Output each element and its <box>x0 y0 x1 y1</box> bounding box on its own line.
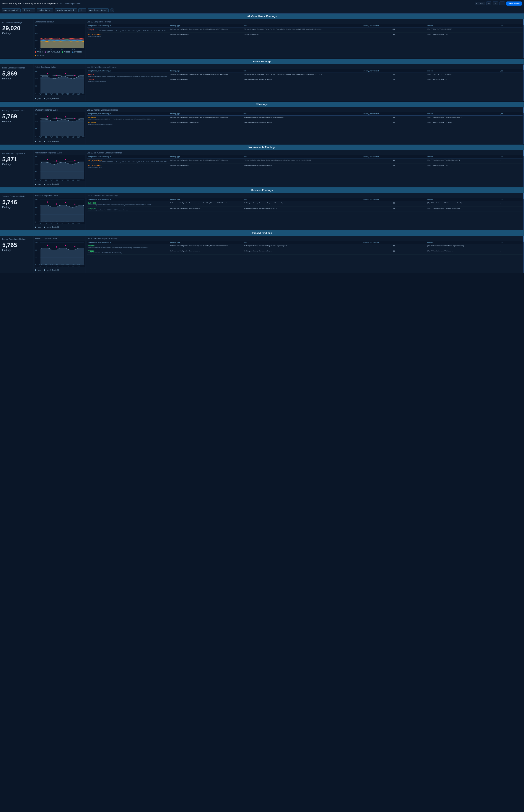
table-header-cell[interactable]: _co <box>499 69 523 73</box>
filter-finding-id[interactable]: finding_id * <box>22 9 35 12</box>
table-header-cell[interactable]: compliance_status/finding_id <box>87 112 169 116</box>
section-failed-findings: Failed FindingsFailed Compliance Finding… <box>0 59 524 102</box>
table-header-cell[interactable]: title <box>243 24 362 28</box>
table-header-cell[interactable]: finding_type <box>169 24 243 28</box>
table-header-cell[interactable]: compliance_status/finding_id <box>87 155 169 158</box>
refresh-button[interactable]: ↻ <box>486 1 491 5</box>
add-filter-button[interactable]: + <box>110 8 114 12</box>
table-row[interactable]: WARNINGsumologic:c a-central-1:98234423 … <box>87 116 523 121</box>
scrollbar[interactable] <box>523 64 524 101</box>
svg-text:100: 100 <box>35 249 37 251</box>
table-row[interactable]: WARNINGsumologic:c u-west-1:28147458324.… <box>87 121 523 126</box>
table-header-cell[interactable]: compliance_status/finding_id <box>87 198 169 201</box>
table-cell-sources: [["Type":"AwsE c2Instance","Id":"56.1711… <box>426 158 499 164</box>
filter-title[interactable]: title * <box>78 9 86 12</box>
table-header-cell[interactable]: title <box>243 69 362 73</box>
scrollbar[interactable] <box>523 236 524 273</box>
time-range-button[interactable]: ⏱ -24h <box>475 2 485 5</box>
svg-text:03:00: 03:00 <box>39 93 42 94</box>
table-header-cell[interactable]: title <box>243 198 362 201</box>
legend-label: FAILED <box>37 51 43 53</box>
svg-text:06:00: 06:00 <box>66 221 69 222</box>
table-header-cell[interactable]: severity_normalized <box>362 24 426 28</box>
sections-container: All Compliance FindingsAll Compliance Fi… <box>0 14 524 273</box>
table-header-cell[interactable]: finding_type <box>169 112 243 116</box>
table-row[interactable]: SUCCESSsumologic:a p-southeast-1:2488925… <box>87 206 523 212</box>
table-header-cell[interactable]: finding_type <box>169 198 243 201</box>
legend-item: PASSED <box>62 51 70 53</box>
svg-text:Aug 21: Aug 21 <box>82 48 85 49</box>
table-row[interactable]: NOT_AVAILABLEsumologic:us-east-...Softwa… <box>87 33 523 38</box>
filter-finding-types[interactable]: finding_types * <box>37 9 53 12</box>
scrollbar-thumb[interactable] <box>523 236 524 242</box>
table-header-cell[interactable]: finding_type <box>169 155 243 158</box>
table-header-cell[interactable]: sources <box>426 24 499 28</box>
table-row[interactable]: PASSEDsumologic:u s-west-1:24849347823 8… <box>87 244 523 249</box>
panel-label: Failed Compliance Findings <box>2 67 31 69</box>
table-header-cell[interactable]: compliance_status/finding_id <box>87 241 169 244</box>
table-row[interactable]: PASSEDsumologic:c a-east-1:84892534 889 … <box>87 249 523 255</box>
svg-text:PM: PM <box>62 49 63 50</box>
section-body-not-available: Not Available Compliance F...5,871Findin… <box>0 150 524 187</box>
table-header-cell[interactable]: sources <box>426 69 499 73</box>
table-header-cell[interactable]: severity_normalized <box>362 112 426 116</box>
table-header-cell[interactable]: finding_type <box>169 241 243 244</box>
scrollbar-thumb[interactable] <box>523 107 524 113</box>
table-row[interactable]: FAILEDsumologic:ic a-p-northeast-...Soft… <box>87 78 523 83</box>
table-header-cell[interactable]: severity_normalized <box>362 69 426 73</box>
table-header-cell[interactable]: _co <box>499 198 523 201</box>
svg-text:50: 50 <box>35 85 37 87</box>
more-button[interactable]: ⋮ <box>500 1 505 5</box>
table-cell-title: PCI Req 01: Traffic to... <box>243 33 362 38</box>
table-cell-co: ... <box>499 78 523 83</box>
table-header-cell[interactable]: severity_normalized <box>362 155 426 158</box>
scrollbar-thumb[interactable] <box>523 150 524 156</box>
svg-text:12:00: 12:00 <box>78 264 80 265</box>
table-header-cell[interactable]: compliance_status/finding_id <box>87 69 169 73</box>
filter-severity-normalized[interactable]: severity_normalized * <box>54 9 77 12</box>
table-cell-co: ... <box>499 33 523 38</box>
table-header-cell[interactable]: sources <box>426 241 499 244</box>
table-row[interactable]: FAILEDsumologic:us-east-1:9568827089 38:… <box>87 73 523 78</box>
table-cell-title: Root Login(root user) - Success working … <box>243 116 362 121</box>
table-header-cell[interactable]: finding_type <box>169 69 243 73</box>
section-body-warnings: Warning Compliance Findin...5,769Finding… <box>0 107 524 144</box>
scrollbar-thumb[interactable] <box>523 193 524 199</box>
edit-icon[interactable]: ✎ <box>60 2 62 5</box>
table-header-cell[interactable]: _co <box>499 112 523 116</box>
table-header-cell[interactable]: title <box>243 241 362 244</box>
svg-text:0: 0 <box>35 221 36 223</box>
table-header-cell[interactable]: _co <box>499 241 523 244</box>
status-badge: FAILED <box>88 73 94 75</box>
section-header-success-findings: Success Findings <box>0 187 524 193</box>
table-header-cell[interactable]: sources <box>426 155 499 158</box>
filter-button[interactable]: ⚙ <box>493 1 498 5</box>
table-header-cell[interactable]: sources <box>426 112 499 116</box>
scrollbar[interactable] <box>523 150 524 187</box>
table-header-cell[interactable]: sources <box>426 198 499 201</box>
table-header-cell[interactable]: title <box>243 155 362 158</box>
scrollbar[interactable] <box>523 19 524 58</box>
panel-left-failed-findings: Failed Compliance Findings5,869Findings <box>0 64 33 101</box>
svg-point-61 <box>65 116 66 117</box>
add-panel-button[interactable]: Add Panel <box>506 1 522 5</box>
svg-text:06:00: 06:00 <box>45 221 47 222</box>
legend-item: _count_threshold <box>44 140 59 142</box>
table-header-cell[interactable]: severity_normalized <box>362 198 426 201</box>
table-row[interactable]: SUCCESSsumologic:a p-northeast-1:2486934… <box>87 201 523 206</box>
table-row[interactable]: NOT_AVAILABLEsumologic:us-east-1:9568827… <box>87 158 523 164</box>
table-header-cell[interactable]: _co <box>499 24 523 28</box>
scrollbar-thumb[interactable] <box>523 19 524 25</box>
scrollbar[interactable] <box>523 107 524 144</box>
filter-aws-account-id[interactable]: aws_account_id * <box>2 9 21 12</box>
scrollbar-thumb[interactable] <box>523 65 524 70</box>
table-header-cell[interactable]: severity_normalized <box>362 241 426 244</box>
table-row[interactable]: NOT_AVAILABLEsumologic:c u-west-...Softw… <box>87 164 523 169</box>
table-header-cell[interactable]: _co <box>499 155 523 158</box>
table-row[interactable]: FAILEDsumologic:us-east-1:9568827089 38:… <box>87 28 523 33</box>
filter-compliance-status[interactable]: compliance_status * <box>88 9 109 12</box>
legend-label: _count <box>37 183 42 185</box>
scrollbar[interactable] <box>523 193 524 230</box>
table-header-cell[interactable]: compliance_status/finding_id <box>87 24 169 28</box>
table-header-cell[interactable]: title <box>243 112 362 116</box>
